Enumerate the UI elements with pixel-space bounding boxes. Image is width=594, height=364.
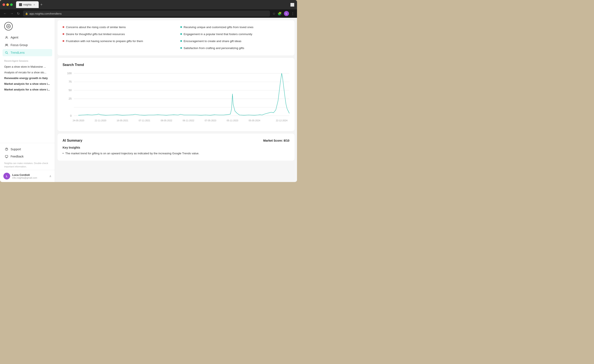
- user-name: Luca Cordioli: [12, 173, 47, 176]
- bookmark-icon[interactable]: ☆: [272, 12, 276, 16]
- forward-button[interactable]: →: [9, 11, 14, 16]
- profile-avatar[interactable]: L: [284, 11, 289, 16]
- svg-text:24-05-2020: 24-05-2020: [73, 119, 84, 122]
- feedback-icon: [5, 155, 8, 158]
- gain-point-2: Engagement in a popular trend that foste…: [180, 32, 290, 36]
- chart-container: 100 75 50 25 0 24-05-2020 22-11-2020 16-…: [63, 71, 289, 126]
- agent-icon: [5, 35, 8, 39]
- tab-bar: nsighta ✕ +: [16, 1, 289, 8]
- svg-text:100: 100: [67, 72, 71, 75]
- close-button[interactable]: [3, 3, 5, 6]
- bullet-green-1: [180, 26, 182, 28]
- bullet-green-4: [180, 47, 182, 49]
- active-tab[interactable]: nsighta ✕: [16, 1, 39, 8]
- tab-label: nsighta: [23, 3, 32, 6]
- back-button[interactable]: ←: [3, 11, 8, 16]
- feedback-label: Feedback: [11, 155, 23, 158]
- feedback-nav-item[interactable]: Feedback: [3, 153, 52, 160]
- logo-icon: [4, 22, 13, 30]
- omnibar-actions: ☆ 🧩 L ⋮: [272, 11, 294, 16]
- support-icon: [5, 147, 8, 151]
- gain-point-4: Satisfaction from crafting and personali…: [180, 46, 290, 50]
- sidebar-item-focus-group[interactable]: Focus Group: [3, 41, 52, 49]
- svg-text:16-05-2021: 16-05-2021: [117, 119, 128, 122]
- tab-close-button[interactable]: ✕: [33, 3, 36, 6]
- traffic-lights: [3, 3, 13, 6]
- reload-button[interactable]: ↻: [16, 11, 20, 16]
- browser-window: nsighta ✕ + ⬜ ← → ↻ 🔒 app.nsighta.com/tr…: [0, 0, 297, 182]
- session-item-1[interactable]: Open a shoe store in Malcesine ...: [4, 64, 51, 69]
- pain-point-1: Concerns about the rising costs of simil…: [63, 25, 172, 29]
- svg-text:25: 25: [69, 97, 72, 100]
- sidebar-bottom: Support Feedback: [0, 143, 55, 160]
- svg-text:06-11-2022: 06-11-2022: [183, 119, 194, 122]
- bullet-point: •: [63, 151, 64, 155]
- support-nav-item[interactable]: Support: [3, 146, 52, 153]
- gain-point-2-text: Engagement in a popular trend that foste…: [184, 32, 252, 36]
- focus-group-icon: [5, 43, 8, 47]
- sidebar-item-agent[interactable]: Agent: [3, 34, 52, 41]
- gain-point-3-text: Encouragement to create and share gift i…: [184, 39, 241, 43]
- chevron-up-icon: ∧: [49, 174, 51, 178]
- trendlens-label: TrendLens: [11, 51, 25, 54]
- svg-text:07-11-2021: 07-11-2021: [139, 119, 150, 122]
- trendlens-icon: [5, 51, 8, 54]
- summary-header: AI Summary Market Score: 8/10: [63, 139, 289, 142]
- svg-point-2: [6, 36, 7, 38]
- new-tab-button[interactable]: +: [40, 3, 44, 7]
- trend-chart: 100 75 50 25 0 24-05-2020 22-11-2020 16-…: [63, 71, 289, 126]
- ai-summary-section: AI Summary Market Score: 8/10 Key Insigh…: [58, 134, 294, 161]
- gain-point-3: Encouragement to create and share gift i…: [180, 39, 290, 43]
- minimize-button[interactable]: [6, 3, 9, 6]
- svg-point-3: [6, 44, 7, 45]
- sidebar-item-trendlens[interactable]: TrendLens: [3, 49, 52, 56]
- recent-sessions-label: Recent Agent Sessions: [4, 60, 51, 62]
- maximize-button[interactable]: [10, 3, 13, 6]
- svg-point-4: [7, 44, 8, 45]
- tab-favicon: [19, 3, 22, 6]
- svg-rect-9: [5, 155, 8, 157]
- bullet-red-2: [63, 33, 64, 35]
- session-item-3[interactable]: Renewable energy growth in Italy: [4, 75, 51, 81]
- pain-point-2: Desire for thoughtful gifts but limited …: [63, 32, 172, 36]
- svg-text:50: 50: [69, 88, 72, 92]
- focus-group-label: Focus Group: [11, 43, 28, 47]
- user-email: info.nsighta@gmail.com: [12, 176, 47, 179]
- bullet-red-3: [63, 40, 64, 42]
- user-avatar: L: [3, 173, 10, 179]
- svg-point-1: [7, 24, 10, 28]
- title-bar: nsighta ✕ + ⬜: [0, 0, 297, 9]
- extension-icon[interactable]: 🧩: [277, 12, 282, 16]
- svg-text:08-05-2022: 08-05-2022: [161, 119, 172, 122]
- support-label: Support: [11, 148, 21, 151]
- maximize-icon[interactable]: ⬜: [290, 3, 294, 7]
- svg-text:07-05-2023: 07-05-2023: [205, 119, 216, 122]
- gain-point-1-text: Receiving unique and customized gifts fr…: [184, 25, 253, 29]
- gain-point-1: Receiving unique and customized gifts fr…: [180, 25, 290, 29]
- pain-point-2-text: Desire for thoughtful gifts but limited …: [66, 32, 125, 36]
- chart-section: Search Trend 100 75 50 25: [58, 58, 294, 131]
- pain-points-right: Receiving unique and customized gifts fr…: [180, 25, 290, 50]
- app-container: Agent Focus Group TrendLens Recent Agent…: [0, 18, 297, 182]
- user-profile[interactable]: L Luca Cordioli info.nsighta@gmail.com ∧: [0, 170, 55, 182]
- nav-buttons: ← → ↻: [3, 11, 20, 16]
- ai-summary-title: AI Summary: [63, 139, 82, 142]
- svg-point-8: [6, 150, 7, 150]
- gain-point-4-text: Satisfaction from crafting and personali…: [184, 46, 244, 50]
- menu-icon[interactable]: ⋮: [291, 12, 294, 16]
- insight-text: The market trend for gifting is on an up…: [65, 151, 199, 155]
- pain-points-left: Concerns about the rising costs of simil…: [63, 25, 172, 50]
- svg-line-6: [7, 53, 8, 54]
- session-item-5[interactable]: Market analysis for a shoe store i...: [4, 87, 51, 92]
- omnibar: ← → ↻ 🔒 app.nsighta.com/trendlens ☆ 🧩 L …: [0, 9, 297, 18]
- sidebar: Agent Focus Group TrendLens Recent Agent…: [0, 18, 55, 182]
- pain-points-section: Concerns about the rising costs of simil…: [58, 20, 294, 55]
- url-bar[interactable]: 🔒 app.nsighta.com/trendlens: [23, 11, 270, 16]
- tab-actions: ⬜: [290, 3, 294, 7]
- session-item-4[interactable]: Market analysis for a shoe store i...: [4, 81, 51, 87]
- pain-point-1-text: Concerns about the rising costs of simil…: [66, 25, 126, 29]
- session-item-2[interactable]: Analysis of mrcato for a shoe sto...: [4, 69, 51, 75]
- main-content: Concerns about the rising costs of simil…: [55, 18, 297, 182]
- svg-text:22-12-2024: 22-12-2024: [276, 119, 288, 122]
- disclaimer-text: Nsighta can make mistakes. Double-check …: [0, 160, 55, 170]
